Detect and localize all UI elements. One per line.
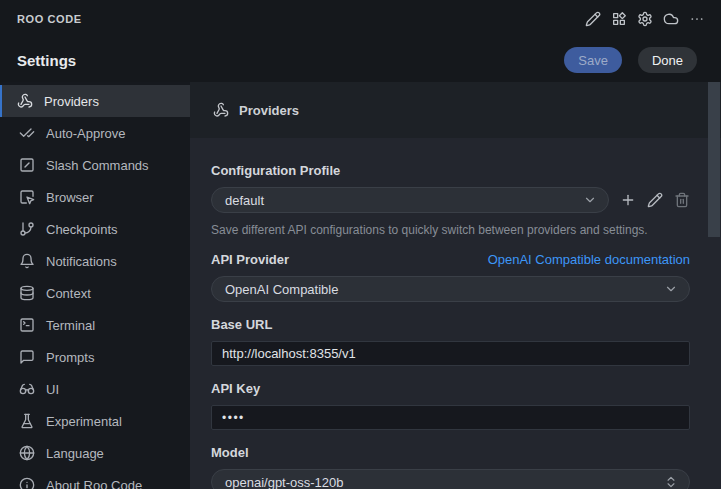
cloud-icon[interactable] [663,11,679,27]
square-slash-icon [19,157,35,173]
sidebar-item-label: Prompts [46,350,94,365]
sidebar-item-label: Checkpoints [46,222,118,237]
sidebar-item-slash-commands[interactable]: Slash Commands [0,149,190,181]
section-title: Providers [239,103,299,118]
sidebar-item-checkpoints[interactable]: Checkpoints [0,213,190,245]
sidebar-item-label: Language [46,446,104,461]
sidebar-item-auto-approve[interactable]: Auto-Approve [0,117,190,149]
sidebar-item-label: UI [46,382,59,397]
sidebar-item-experimental[interactable]: Experimental [0,405,190,437]
sidebar-item-label: Browser [46,190,94,205]
webhook-icon [213,102,229,118]
sidebar-item-terminal[interactable]: Terminal [0,309,190,341]
add-profile-button[interactable] [620,192,636,208]
api-provider-value: OpenAI Compatible [225,282,338,297]
api-provider-label: API Provider [211,252,289,267]
page-title: Settings [17,52,76,69]
base-url-input[interactable] [211,341,690,366]
topbar-actions [585,11,705,27]
configuration-profile-select[interactable]: default [211,187,609,213]
webhook-icon [17,93,33,109]
sidebar-item-context[interactable]: Context [0,277,190,309]
done-button[interactable]: Done [638,47,697,73]
configuration-profile-value: default [225,193,264,208]
sidebar-item-label: Context [46,286,91,301]
providers-form: Configuration Profile default Save diffe… [190,138,721,489]
sidebar-item-label: About Roo Code [46,478,142,489]
sidebar-item-language[interactable]: Language [0,437,190,469]
api-provider-select[interactable]: OpenAI Compatible [211,276,690,302]
chevron-down-icon [583,193,597,207]
api-key-input[interactable] [211,405,690,430]
gear-icon[interactable] [637,11,653,27]
terminal-icon [19,317,35,333]
rename-profile-button[interactable] [647,192,663,208]
sidebar-item-label: Slash Commands [46,158,149,173]
api-key-label: API Key [211,381,690,396]
marketplace-icon[interactable] [611,11,627,27]
model-select[interactable]: openai/gpt-oss-120b [211,469,690,489]
api-provider-label-row: API Provider OpenAI Compatible documenta… [211,252,690,267]
save-button[interactable]: Save [564,47,622,73]
model-section: Model openai/gpt-oss-120b [211,445,690,489]
chevron-down-icon [664,282,678,296]
settings-body: ProvidersAuto-ApproveSlash CommandsBrows… [0,82,721,489]
provider-documentation-link[interactable]: OpenAI Compatible documentation [488,252,690,267]
base-url-label: Base URL [211,317,690,332]
sidebar-item-ui[interactable]: UI [0,373,190,405]
settings-content: Providers Configuration Profile default … [190,82,721,489]
settings-header: Settings Save Done [0,38,721,82]
configuration-profile-row: default [211,187,690,213]
sidebar-item-prompts[interactable]: Prompts [0,341,190,373]
configuration-profile-label: Configuration Profile [211,163,690,178]
square-pointer-icon [19,189,35,205]
database-icon [19,285,35,301]
settings-sidebar: ProvidersAuto-ApproveSlash CommandsBrows… [0,82,190,489]
glasses-icon [19,381,35,397]
extension-title: ROO CODE [17,13,82,25]
model-value: openai/gpt-oss-120b [225,475,344,489]
sidebar-item-label: Terminal [46,318,95,333]
section-header: Providers [190,82,721,138]
sidebar-item-about[interactable]: About Roo Code [0,469,190,489]
configuration-profile-help: Save different API configurations to qui… [211,223,690,237]
pencil-icon[interactable] [585,11,601,27]
check-check-icon [19,125,35,141]
api-provider-section: API Provider OpenAI Compatible documenta… [211,252,690,302]
sidebar-item-label: Experimental [46,414,122,429]
bell-icon [19,253,35,269]
sidebar-item-label: Providers [44,94,99,109]
configuration-profile-section: Configuration Profile default Save diffe… [211,163,690,237]
sidebar-item-providers[interactable]: Providers [0,85,190,117]
api-key-section: API Key [211,381,690,430]
flask-icon [19,413,35,429]
info-icon [19,477,35,489]
model-label: Model [211,445,690,460]
sidebar-item-label: Notifications [46,254,117,269]
chevrons-up-down-icon [664,475,678,489]
sidebar-item-label: Auto-Approve [46,126,126,141]
sidebar-item-browser[interactable]: Browser [0,181,190,213]
delete-profile-button[interactable] [674,192,690,208]
ellipsis-icon[interactable] [689,11,705,27]
sidebar-item-notifications[interactable]: Notifications [0,245,190,277]
header-buttons: Save Done [564,47,697,73]
message-icon [19,349,35,365]
base-url-section: Base URL [211,317,690,366]
extension-topbar: ROO CODE [0,0,721,38]
git-branch-icon [19,221,35,237]
vertical-scrollbar-thumb[interactable] [708,82,720,237]
globe-icon [19,445,35,461]
